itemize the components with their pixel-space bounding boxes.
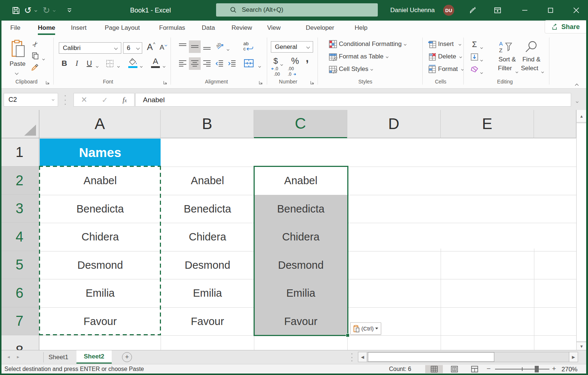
cell-B7[interactable]: Favour (161, 307, 254, 335)
sort-filter-label-1[interactable]: Sort & (496, 56, 518, 63)
paste-button[interactable] (9, 39, 28, 60)
vertical-scroll-thumb[interactable] (577, 123, 587, 342)
align-bottom-button[interactable] (201, 41, 212, 52)
user-name[interactable]: Daniel Uchenna (390, 0, 435, 21)
column-header-E[interactable]: E (441, 110, 534, 138)
tab-insert[interactable]: Insert (71, 21, 87, 35)
save-icon[interactable] (10, 0, 21, 21)
scroll-down-arrow[interactable]: ▼ (577, 342, 587, 350)
orientation-button[interactable]: ab (215, 40, 226, 52)
accounting-format-button[interactable]: $ (272, 56, 279, 66)
enter-icon[interactable]: ✓ (102, 96, 108, 104)
minimize-button[interactable] (517, 0, 532, 21)
maximize-button[interactable] (543, 0, 558, 21)
merge-center-button[interactable] (243, 57, 255, 69)
row-header-6[interactable]: 6 (0, 279, 39, 307)
cell-A3[interactable]: Benedicta (40, 195, 161, 223)
align-top-button[interactable] (177, 41, 188, 52)
align-right-button[interactable] (201, 58, 212, 69)
name-box[interactable]: C2 (4, 93, 58, 107)
row-header-2[interactable]: 2 (0, 167, 39, 195)
clear-button[interactable] (470, 65, 479, 74)
normal-view-button[interactable] (425, 365, 443, 373)
redo-chevron-icon[interactable] (51, 0, 57, 21)
row-header-5[interactable]: 5 (0, 251, 39, 279)
autosum-button[interactable]: Σ (470, 40, 479, 49)
expand-formula-bar-icon[interactable] (576, 97, 578, 104)
cell-A1[interactable]: Names (40, 139, 161, 167)
insert-cells-button[interactable]: Insert (428, 40, 461, 49)
hscroll-right-arrow[interactable]: ▶ (569, 352, 578, 362)
scroll-up-arrow[interactable]: ▲ (577, 110, 587, 122)
fill-button[interactable] (470, 52, 479, 62)
number-dialog-launcher[interactable] (310, 79, 315, 84)
decrease-font-size-button[interactable]: A (158, 42, 168, 53)
column-header-F[interactable] (534, 110, 576, 138)
fill-color-button[interactable] (128, 57, 138, 66)
decrease-indent-button[interactable] (214, 58, 225, 69)
collapse-ribbon-button[interactable] (576, 82, 578, 88)
find-select-label-2[interactable]: Select (518, 65, 541, 72)
insert-function-icon[interactable]: fx (123, 96, 127, 104)
tab-file[interactable]: File (10, 21, 20, 35)
cell-B5[interactable]: Desmond (161, 251, 254, 279)
bold-button[interactable]: B (60, 58, 69, 68)
column-header-A[interactable]: A (39, 110, 161, 138)
sheet-nav-left-icon[interactable]: ◂ (7, 354, 10, 360)
paste-label[interactable]: Paste (10, 60, 25, 68)
quick-access-toolbar-menu[interactable] (65, 0, 74, 21)
share-button[interactable]: Share (545, 20, 587, 33)
fill-handle[interactable] (346, 333, 349, 337)
align-middle-button[interactable] (189, 40, 201, 53)
avatar[interactable]: DU (443, 5, 454, 16)
tab-formulas[interactable]: Formulas (159, 21, 185, 35)
comma-style-button[interactable]: , (304, 53, 311, 63)
cell-A5[interactable]: Desmond (40, 251, 161, 279)
page-break-view-button[interactable] (466, 365, 483, 373)
paste-options-button[interactable]: (Ctrl) (350, 322, 381, 335)
column-header-C[interactable]: C (254, 110, 347, 138)
new-sheet-button[interactable]: + (122, 352, 132, 362)
align-left-button[interactable] (177, 58, 188, 69)
cell-A4[interactable]: Chidera (40, 223, 161, 251)
hscroll-left-arrow[interactable]: ◀ (358, 352, 367, 362)
redo-button[interactable]: ↻ (41, 0, 51, 21)
column-header-B[interactable]: B (161, 110, 254, 138)
undo-button[interactable]: ↺ (23, 0, 33, 21)
font-size-select[interactable]: 6 (123, 42, 142, 54)
zoom-out-button[interactable]: − (487, 365, 491, 373)
whats-new-icon[interactable] (467, 0, 478, 21)
increase-decimal-button[interactable]: .0.00 (270, 65, 284, 77)
tab-view[interactable]: View (267, 21, 281, 35)
font-family-select[interactable]: Calibri (59, 42, 121, 54)
font-dialog-launcher[interactable] (163, 79, 168, 84)
page-layout-view-button[interactable] (445, 365, 463, 373)
cell-A7[interactable]: Favour (40, 307, 161, 335)
cancel-icon[interactable]: × (81, 94, 87, 106)
decrease-decimal-button[interactable]: .00.0 (285, 65, 298, 77)
zoom-in-button[interactable]: + (552, 365, 556, 373)
increase-indent-button[interactable] (226, 58, 237, 69)
row-header-4[interactable]: 4 (0, 223, 39, 251)
select-all-corner[interactable] (0, 110, 39, 138)
tab-data[interactable]: Data (202, 21, 215, 35)
undo-chevron-icon[interactable] (33, 0, 38, 21)
sheet-tab-sheet1[interactable]: Sheet1 (42, 350, 75, 364)
conditional-formatting-button[interactable]: Conditional Formatting (329, 40, 406, 49)
borders-button[interactable] (105, 59, 115, 68)
search-box[interactable]: Search (Alt+Q) (216, 3, 378, 17)
cell-A2[interactable]: Anabel (40, 167, 161, 195)
tab-review[interactable]: Review (232, 21, 252, 35)
increase-font-size-button[interactable]: A^ (146, 41, 157, 53)
sort-filter-label-2[interactable]: Filter (494, 65, 516, 72)
alignment-dialog-launcher[interactable] (259, 79, 263, 84)
namebox-splitter[interactable] (65, 95, 66, 105)
underline-button[interactable]: U (85, 58, 94, 68)
tab-page-layout[interactable]: Page Layout (105, 21, 140, 35)
cell-B2[interactable]: Anabel (161, 167, 254, 195)
wrap-text-button[interactable]: abc (241, 40, 256, 53)
tab-help[interactable]: Help (355, 21, 368, 35)
find-select-label-1[interactable]: Find & (520, 56, 542, 63)
cell-styles-button[interactable]: Cell Styles (329, 65, 373, 74)
tab-developer[interactable]: Developer (306, 21, 334, 35)
